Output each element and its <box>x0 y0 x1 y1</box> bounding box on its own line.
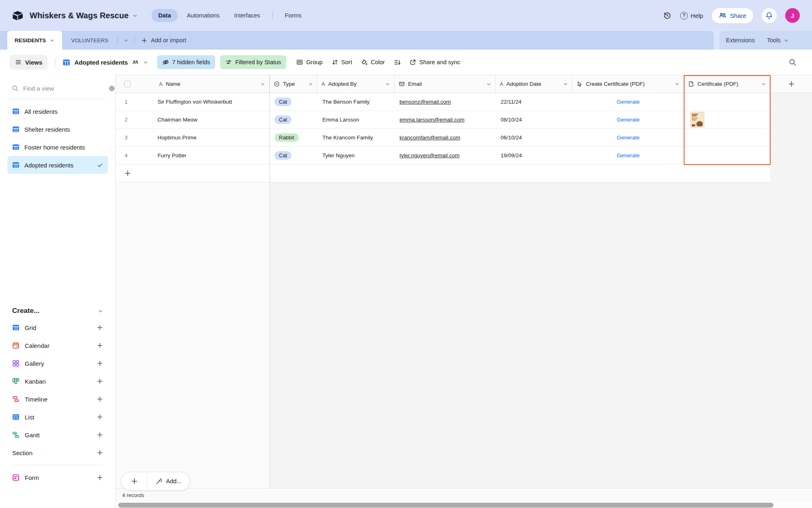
sidebar-view-shelter-residents[interactable]: Shelter residents <box>7 120 108 138</box>
chevron-down-icon[interactable] <box>308 82 313 87</box>
chevron-down-icon[interactable] <box>563 82 568 87</box>
create-gantt-item[interactable]: Gantt <box>7 426 108 444</box>
nav-tab-data[interactable]: Data <box>151 9 178 22</box>
adopted-by-cell[interactable]: The Krancom Family <box>317 129 395 146</box>
nav-tab-interfaces[interactable]: Interfaces <box>229 9 266 22</box>
email-link[interactable]: krancomfam@email.com <box>400 135 460 141</box>
email-link[interactable]: emma.larsson@email.com <box>400 117 464 123</box>
add-view-button[interactable] <box>97 414 103 420</box>
row-number[interactable]: 3 <box>116 129 150 146</box>
add-record-button[interactable] <box>121 472 147 490</box>
sort-button[interactable]: Sort <box>327 55 357 69</box>
adopted-by-cell[interactable]: Emma Larsson <box>317 111 395 128</box>
add-with-ai-button[interactable]: Add... <box>147 472 190 490</box>
add-record-row[interactable] <box>116 165 770 182</box>
add-view-button[interactable] <box>97 449 103 456</box>
generate-button[interactable]: Generate <box>617 117 639 123</box>
create-calendar-item[interactable]: Calendar <box>7 336 108 354</box>
name-cell[interactable]: Furry Potter <box>150 147 270 164</box>
adoption-date-cell[interactable]: 19/09/24 <box>496 147 572 164</box>
airtable-logo-icon[interactable] <box>12 10 23 21</box>
notifications-button[interactable] <box>762 8 777 23</box>
row-height-button[interactable] <box>389 55 405 69</box>
sidebar-view-foster-home-residents[interactable]: Foster home residents <box>7 138 108 156</box>
add-view-button[interactable] <box>97 324 103 331</box>
hidden-fields-button[interactable]: 7 hidden fields <box>157 55 216 69</box>
adoption-date-cell[interactable]: 08/10/24 <box>496 111 572 128</box>
chevron-down-icon[interactable] <box>260 82 265 87</box>
email-cell[interactable]: krancomfam@email.com <box>395 129 496 146</box>
share-and-sync-button[interactable]: Share and sync <box>405 55 465 69</box>
sidebar-view-adopted-residents[interactable]: Adopted residents <box>7 156 108 174</box>
column-header-type[interactable]: Type <box>270 75 317 93</box>
extensions-button[interactable]: Extensions <box>726 37 755 43</box>
email-cell[interactable]: bensonz@email.com <box>395 93 496 111</box>
search-records-button[interactable] <box>788 58 797 66</box>
add-view-button[interactable] <box>97 342 103 349</box>
type-cell[interactable]: Rabbit <box>270 129 317 146</box>
create-kanban-item[interactable]: Kanban <box>7 372 108 390</box>
column-header-adopted-by[interactable]: A Adopted By <box>317 75 395 93</box>
add-view-button[interactable] <box>97 474 103 481</box>
adoption-date-cell[interactable]: 06/10/24 <box>496 129 572 146</box>
user-avatar[interactable]: J <box>785 8 800 23</box>
add-field-cell[interactable] <box>771 75 812 93</box>
adoption-date-cell[interactable]: 22/11/24 <box>496 93 572 111</box>
generate-button[interactable]: Generate <box>617 135 639 141</box>
create-section-header[interactable]: Create... <box>7 303 108 319</box>
help-button[interactable]: ? Help <box>680 12 703 20</box>
nav-tab-automations[interactable]: Automations <box>181 9 225 22</box>
create-form-item[interactable]: Form <box>7 469 108 486</box>
generate-button[interactable]: Generate <box>617 99 639 105</box>
email-cell[interactable]: emma.larsson@email.com <box>395 111 496 128</box>
email-cell[interactable]: tyler.nguyen@email.com <box>395 147 496 164</box>
tab-residents[interactable]: RESIDENTS <box>7 31 62 50</box>
add-view-button[interactable] <box>97 432 103 438</box>
type-cell[interactable]: Cat <box>270 147 317 164</box>
column-header-adoption-date[interactable]: A Adoption Date <box>496 75 572 93</box>
history-button[interactable] <box>663 11 672 20</box>
group-button[interactable]: Group <box>292 55 327 69</box>
select-all-checkbox[interactable] <box>124 81 131 87</box>
chevron-down-icon[interactable] <box>675 82 680 87</box>
type-cell[interactable]: Cat <box>270 111 317 128</box>
add-or-import-button[interactable]: Add or import <box>135 37 193 43</box>
tab-volunteers[interactable]: VOLUNTEERS <box>62 37 117 43</box>
type-cell[interactable]: Cat <box>270 93 317 111</box>
column-header-create-certificate[interactable]: Create Certificate (PDF) <box>572 75 684 93</box>
share-button[interactable]: Share <box>712 8 753 23</box>
email-link[interactable]: tyler.nguyen@email.com <box>400 152 460 158</box>
current-view-switcher[interactable]: Adopted residents <box>63 59 148 66</box>
email-link[interactable]: bensonz@email.com <box>400 99 451 105</box>
create-certificate-cell[interactable]: Generate <box>572 129 684 146</box>
add-view-button[interactable] <box>97 378 103 384</box>
nav-tab-forms[interactable]: Forms <box>279 9 307 22</box>
row-number[interactable]: 1 <box>116 93 150 111</box>
color-button[interactable]: Color <box>356 55 389 69</box>
find-view-input[interactable] <box>23 85 104 92</box>
add-view-button[interactable] <box>97 396 103 402</box>
column-header-email[interactable]: Email <box>395 75 496 93</box>
create-gallery-item[interactable]: Gallery <box>7 354 108 372</box>
create-certificate-cell[interactable]: Generate <box>572 111 684 128</box>
generate-button[interactable]: Generate <box>617 152 639 158</box>
horizontal-scrollbar-thumb[interactable] <box>118 503 773 508</box>
adopted-by-cell[interactable]: Tyler Nguyen <box>317 147 395 164</box>
table-list-chevron-button[interactable] <box>118 38 134 43</box>
chevron-down-icon[interactable] <box>385 82 390 87</box>
name-cell[interactable]: Chairman Meow <box>150 111 270 128</box>
chevron-down-icon[interactable] <box>486 82 491 87</box>
row-number[interactable]: 4 <box>116 147 150 164</box>
create-section-item[interactable]: Section <box>7 444 108 462</box>
name-cell[interactable]: Hoptimus Prime <box>150 129 270 146</box>
create-certificate-cell[interactable]: Generate <box>572 147 684 164</box>
column-header-name[interactable]: A Name <box>150 75 270 93</box>
row-number[interactable]: 2 <box>116 111 150 128</box>
add-view-button[interactable] <box>97 360 103 367</box>
create-list-item[interactable]: List <box>7 408 108 426</box>
workspace-title[interactable]: Whiskers & Wags Rescue <box>30 11 138 20</box>
adopted-by-cell[interactable]: The Benson Family <box>317 93 395 111</box>
sidebar-view-all-residents[interactable]: All residents <box>7 102 108 120</box>
create-grid-item[interactable]: Grid <box>7 319 108 336</box>
create-certificate-cell[interactable]: Generate <box>572 93 684 111</box>
